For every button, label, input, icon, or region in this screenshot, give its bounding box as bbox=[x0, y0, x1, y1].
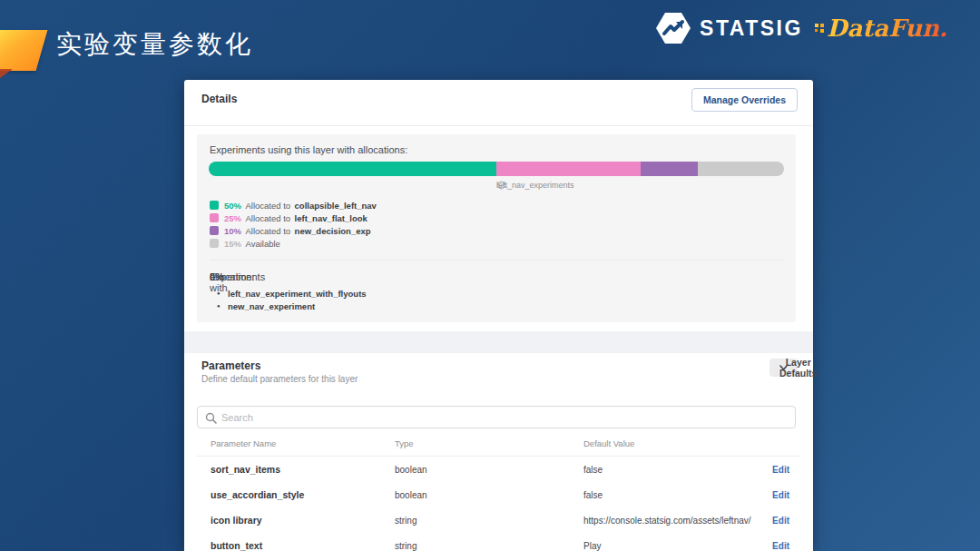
details-heading: Details bbox=[201, 93, 237, 105]
details-divider bbox=[184, 125, 813, 126]
allocation-bar bbox=[209, 162, 784, 176]
parameters-subheading: Define default parameters for this layer bbox=[201, 374, 358, 384]
allocation-segment-collapsible-left-nav bbox=[209, 162, 496, 176]
allocations-box: Experiments using this layer with alloca… bbox=[197, 134, 796, 322]
datafun-logo-text: DataFun. bbox=[827, 16, 947, 40]
legend-row: 25% Allocated to left_nav_flat_look bbox=[210, 211, 573, 223]
parameter-default-value: false bbox=[583, 490, 603, 500]
parameter-type: string bbox=[395, 516, 416, 526]
allocations-heading: Experiments using this layer with alloca… bbox=[210, 144, 407, 155]
legend-text: Allocated to bbox=[245, 201, 290, 211]
layer-details-panel: Details Manage Overrides Experiments usi… bbox=[184, 80, 813, 551]
parameter-type: boolean bbox=[395, 465, 427, 475]
search-input[interactable] bbox=[221, 408, 784, 427]
legend-text: Available bbox=[245, 239, 279, 249]
legend-percent: 10% bbox=[224, 226, 241, 236]
parameter-default-value: Play bbox=[583, 541, 601, 551]
search-box bbox=[197, 406, 796, 428]
column-header-type: Type bbox=[395, 438, 414, 448]
parameter-name: sort_nav_items bbox=[211, 464, 280, 475]
table-row: use_accordian_style boolean false Edit bbox=[197, 482, 796, 507]
legend-percent: 50% bbox=[224, 201, 241, 211]
zero-allocation-item: left_nav_experiment_with_flyouts bbox=[217, 288, 367, 300]
legend-text: Allocated to bbox=[245, 226, 290, 236]
edit-link[interactable]: Edit bbox=[772, 465, 789, 475]
section-divider-band bbox=[184, 331, 813, 353]
parameter-name: icon library bbox=[211, 515, 262, 526]
manage-overrides-button[interactable]: Manage Overrides bbox=[691, 88, 798, 112]
datafun-logo: DataFun. bbox=[815, 16, 947, 40]
zero-allocation-suffix: allocation: bbox=[210, 271, 255, 282]
legend-text: Allocated to bbox=[245, 213, 290, 223]
statsig-logo-text: STATSIG bbox=[700, 16, 803, 41]
parameter-name: button_text bbox=[211, 540, 262, 551]
column-header-default-value: Default Value bbox=[583, 438, 634, 448]
legend-experiment-name: left_nav_flat_look bbox=[295, 213, 368, 223]
statsig-logo: STATSIG bbox=[655, 12, 803, 44]
column-header-parameter-name: Parameter Name bbox=[211, 438, 276, 448]
allocation-segment-new-decision-exp bbox=[641, 162, 698, 176]
allocation-segment-available bbox=[698, 162, 784, 176]
legend-percent: 15% bbox=[224, 239, 241, 249]
parameter-default-value: false bbox=[583, 465, 603, 475]
datafun-dots-icon bbox=[815, 24, 824, 33]
legend-experiment-name: new_decision_exp bbox=[295, 226, 371, 236]
legend-chip-icon bbox=[210, 226, 219, 235]
legend-chip-icon bbox=[210, 239, 219, 248]
layer-defaults-dropdown[interactable]: Layer Defaults bbox=[769, 359, 798, 377]
legend-chip-icon bbox=[210, 201, 219, 210]
legend-row: 10% Allocated to new_decision_exp bbox=[210, 223, 573, 236]
allocation-segment-left-nav-flat-look bbox=[496, 162, 641, 176]
zero-allocation-list: left_nav_experiment_with_flyouts new_nav… bbox=[217, 288, 367, 312]
title-decoration-shape bbox=[0, 30, 47, 71]
edit-link[interactable]: Edit bbox=[772, 490, 789, 500]
legend-chip-icon bbox=[210, 213, 219, 222]
legend-row: 50% Allocated to collapsible_left_nav bbox=[210, 198, 573, 211]
layer-name: left_nav_experiments bbox=[496, 181, 574, 190]
title-decoration-triangle bbox=[0, 69, 13, 78]
legend-row: 15% Available bbox=[210, 236, 573, 249]
search-icon bbox=[205, 412, 217, 424]
slide-title: 实验变量参数化 bbox=[56, 27, 253, 62]
parameter-default-value: https://console.statsig.com/assets/leftn… bbox=[583, 516, 751, 526]
legend-experiment-name: collapsible_left_nav bbox=[295, 201, 377, 211]
statsig-hexagon-icon bbox=[655, 12, 691, 44]
table-row: button_text string Play Edit bbox=[197, 533, 796, 551]
edit-link[interactable]: Edit bbox=[772, 541, 789, 551]
table-row: sort_nav_items boolean false Edit bbox=[197, 457, 796, 482]
parameter-type: boolean bbox=[395, 490, 427, 500]
zero-allocation-item: new_nav_experiment bbox=[217, 300, 367, 313]
legend-percent: 25% bbox=[224, 213, 241, 223]
parameter-name: use_accordian_style bbox=[211, 489, 304, 500]
allocations-inner-divider bbox=[210, 260, 783, 261]
logo-row: STATSIG DataFun. bbox=[655, 12, 947, 44]
table-row: icon library string https://console.stat… bbox=[197, 507, 796, 533]
parameter-type: string bbox=[395, 541, 416, 551]
parameters-heading: Parameters bbox=[201, 359, 260, 372]
allocation-legend: 50% Allocated to collapsible_left_nav 25… bbox=[210, 198, 573, 249]
chevron-down-icon bbox=[779, 365, 788, 370]
edit-link[interactable]: Edit bbox=[772, 516, 789, 526]
